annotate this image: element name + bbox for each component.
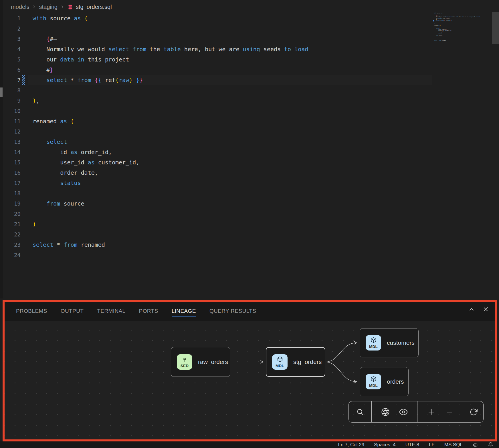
line-number[interactable]: 10 (0, 106, 21, 116)
language-mode[interactable]: MS SQL (444, 442, 463, 448)
line-number[interactable]: 19 (0, 198, 21, 209)
line-number[interactable]: 17 (0, 178, 21, 188)
node-label: orders (387, 378, 404, 385)
code-editor[interactable]: models staging stg_orders.sql 1with sour… (0, 0, 499, 298)
search-icon[interactable] (356, 408, 364, 416)
eol-sequence[interactable]: LF (429, 442, 435, 448)
breadcrumb-item-models[interactable]: models (11, 4, 29, 10)
line-number[interactable]: 20 (0, 209, 21, 219)
code-line[interactable]: 8 (0, 85, 499, 95)
minimap-change-marker (433, 20, 434, 21)
cube-icon (371, 337, 377, 344)
code-line[interactable]: 12 (0, 126, 499, 137)
line-number[interactable]: 5 (0, 54, 21, 65)
chevron-right-icon (60, 5, 65, 9)
zoom-in-icon[interactable] (427, 408, 435, 416)
line-number[interactable]: 16 (0, 168, 21, 178)
seed-badge: SED (177, 354, 192, 370)
line-number[interactable]: 4 (0, 44, 21, 54)
line-number[interactable]: 8 (0, 85, 21, 95)
line-number[interactable]: 14 (0, 147, 21, 157)
seedling-icon (182, 356, 188, 363)
node-label: customers (387, 339, 415, 346)
code-line[interactable]: 4 Normally we would select from the tabl… (0, 44, 499, 54)
code-line[interactable]: 18 (0, 188, 499, 198)
line-number[interactable]: 22 (0, 229, 21, 240)
line-number[interactable]: 9 (0, 95, 21, 106)
line-number[interactable]: 1 (0, 13, 21, 23)
node-label: stg_orders (293, 359, 322, 365)
panel-tab-bar: PROBLEMS OUTPUT TERMINAL PORTS LINEAGE Q… (5, 302, 495, 321)
code-line[interactable]: 15 user_id as customer_id, (0, 157, 499, 168)
code-line[interactable]: 10 (0, 106, 499, 116)
scrollbar-thumb[interactable] (492, 12, 499, 44)
line-number[interactable]: 7 (0, 75, 21, 85)
code-line[interactable]: 16 order_date, (0, 168, 499, 178)
chevron-right-icon (32, 5, 36, 9)
line-number[interactable]: 18 (0, 188, 21, 198)
tab-lineage[interactable]: LINEAGE (172, 308, 196, 315)
aperture-icon[interactable] (381, 408, 390, 416)
code-line[interactable]: 6 #} (0, 65, 499, 75)
status-bar: Ln 7, Col 29 Spaces: 4 UTF-8 LF MS SQL (0, 441, 499, 448)
code-line[interactable]: 21) (0, 219, 499, 229)
model-badge: MDL (272, 354, 288, 370)
encoding[interactable]: UTF-8 (405, 442, 419, 448)
code-area[interactable]: 1with source as (2 3 {#–4 Normally we wo… (0, 13, 499, 260)
code-line[interactable]: 3 {#– (0, 34, 499, 44)
bell-icon[interactable] (488, 442, 493, 447)
zoom-out-icon[interactable] (445, 408, 454, 416)
code-line[interactable]: 13 select (0, 137, 499, 147)
line-number[interactable]: 21 (0, 219, 21, 229)
line-number[interactable]: 15 (0, 157, 21, 168)
line-number[interactable]: 23 (0, 240, 21, 250)
minimap[interactable]: with source as ( {#– Normally we would s… (433, 13, 489, 104)
refresh-icon[interactable] (470, 408, 478, 416)
tab-output[interactable]: OUTPUT (61, 308, 84, 315)
line-number[interactable]: 6 (0, 65, 21, 75)
code-line[interactable]: 1with source as ( (0, 13, 499, 23)
lineage-node-raw_orders[interactable]: SED raw_orders (171, 347, 230, 377)
line-number[interactable]: 11 (0, 116, 21, 126)
line-number[interactable]: 3 (0, 34, 21, 44)
breadcrumb-item-staging[interactable]: staging (39, 4, 58, 10)
lineage-node-orders[interactable]: MDL orders (360, 367, 409, 396)
code-line[interactable]: 2 (0, 23, 499, 34)
line-number[interactable]: 12 (0, 126, 21, 137)
code-line[interactable]: 23select * from renamed (0, 240, 499, 250)
code-line[interactable]: 14 id as order_id, (0, 147, 499, 157)
line-number[interactable]: 24 (0, 250, 21, 260)
tab-terminal[interactable]: TERMINAL (97, 308, 125, 315)
tab-ports[interactable]: PORTS (139, 308, 158, 315)
breadcrumb-file-name[interactable]: stg_orders.sql (76, 4, 112, 10)
code-line[interactable]: 17 status (0, 178, 499, 188)
code-line[interactable]: 7 select * from {{ ref(raw) }} (0, 75, 499, 85)
code-line[interactable]: 24 (0, 250, 499, 260)
indentation-setting[interactable]: Spaces: 4 (374, 442, 396, 448)
cursor-position[interactable]: Ln 7, Col 29 (338, 442, 364, 448)
model-badge: MDL (366, 335, 381, 351)
eye-icon[interactable] (399, 408, 408, 416)
cube-icon (277, 356, 283, 363)
line-number[interactable]: 2 (0, 23, 21, 34)
lineage-toolbar (348, 401, 484, 423)
tab-problems[interactable]: PROBLEMS (16, 308, 47, 315)
lineage-node-stg_orders[interactable]: MDL stg_orders (266, 347, 325, 377)
node-label: raw_orders (198, 359, 228, 365)
panel-actions (468, 306, 489, 314)
lineage-node-customers[interactable]: MDL customers (360, 328, 419, 357)
code-line[interactable]: 11renamed as ( (0, 116, 499, 126)
tab-query-results[interactable]: QUERY RESULTS (209, 308, 256, 315)
chevron-up-icon[interactable] (468, 306, 475, 314)
vscode-window: models staging stg_orders.sql 1with sour… (0, 0, 499, 448)
close-icon[interactable] (482, 306, 489, 314)
model-badge: MDL (366, 374, 381, 389)
code-line[interactable]: 20 (0, 209, 499, 219)
code-line[interactable]: 9), (0, 95, 499, 106)
line-number[interactable]: 13 (0, 137, 21, 147)
code-line[interactable]: 22 (0, 229, 499, 240)
code-line[interactable]: 5 our data in this project (0, 54, 499, 65)
code-line[interactable]: 19 from source (0, 198, 499, 209)
copilot-icon[interactable] (472, 442, 478, 448)
database-icon (67, 4, 73, 10)
